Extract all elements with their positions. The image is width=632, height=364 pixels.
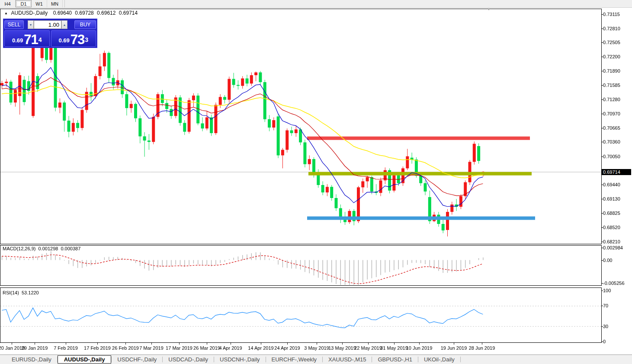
ohlc-close: 0.69714 (119, 10, 138, 16)
rsi-value: 53.1220 (22, 290, 39, 295)
buy-price-base: 0.69 (58, 35, 69, 46)
price-axis-label: 0.71890 (603, 68, 620, 73)
price-axis-label: 0.69130 (603, 196, 620, 201)
sell-price-button[interactable]: 0.69 71 4 (4, 30, 50, 47)
date-axis-label: 26 Feb 2019 (112, 345, 139, 351)
collapse-arrow-icon[interactable]: ▲ (4, 11, 8, 15)
rsi-axis-label: 70 (603, 303, 608, 308)
price-axis-label: 0.68520 (603, 225, 620, 230)
buy-price-big: 73 (71, 33, 84, 46)
tab-usdcad-daily[interactable]: USDCAD-,Daily (163, 356, 214, 363)
price-axis-label: 0.70360 (603, 139, 620, 144)
buy-price-button[interactable]: 0.69 73 3 (51, 30, 96, 47)
chart-canvas[interactable] (0, 0, 632, 364)
tab-usdcnh-daily[interactable]: USDCNH-,Daily (214, 356, 265, 363)
date-axis-label: 10 Jun 2019 (406, 345, 433, 351)
rsi-label: RSI(14) 53.1220 (3, 290, 40, 295)
date-axis-label: 22 May 2019 (354, 345, 382, 351)
date-axis-label: 28 Jun 2019 (469, 345, 495, 351)
macd-axis-label: 0.00 (603, 258, 612, 263)
price-axis-label: 0.71280 (603, 97, 620, 102)
timeframe-button-mn[interactable]: MN (47, 0, 63, 7)
buy-price-pip: 3 (85, 34, 88, 46)
tab-xauusd-m15[interactable]: XAUUSD-,M15 (323, 356, 372, 363)
buy-button[interactable]: BUY (74, 20, 96, 29)
timeframe-toolbar: H4D1W1MN (0, 0, 632, 8)
price-axis-label: 0.72200 (603, 54, 620, 59)
volume-input[interactable] (34, 20, 61, 29)
date-axis-label: 31 May 2019 (380, 345, 408, 351)
rsi-axis-label: 100 (603, 288, 611, 293)
price-axis-label: 0.70665 (603, 125, 620, 131)
price-axis-label: 0.68210 (603, 239, 620, 244)
macd-axis-label: 0.002984 (603, 245, 623, 250)
chart-title: ▲ AUDUSD-,Daily 0.69640 0.69728 0.69612 … (4, 10, 139, 16)
spinner-down-icon: ▼ (29, 23, 32, 26)
chart-tab-bar: EURUSD-,DailyAUDUSD-,DailyUSDCHF-,DailyU… (0, 354, 632, 364)
date-axis-label: 17 Feb 2019 (84, 345, 111, 351)
ohlc-low: 0.69612 (97, 10, 115, 16)
price-axis-label: 0.69440 (603, 182, 620, 187)
timeframe-buttons: H4D1W1MN (0, 0, 63, 7)
sell-price-big: 71 (24, 33, 38, 46)
price-axis-label: 0.72505 (603, 40, 620, 45)
sell-button[interactable]: SELL (4, 20, 24, 29)
current-price-tag: 0.69714 (602, 169, 631, 175)
volume-decrease-button[interactable]: ▼ (28, 20, 34, 29)
macd-axis-label: -0.005256 (603, 281, 625, 286)
sell-price-pip: 4 (38, 34, 42, 46)
chart-tabs: EURUSD-,DailyAUDUSD-,DailyUSDCHF-,DailyU… (6, 355, 461, 364)
date-axis-label: 19 Jun 2019 (441, 345, 467, 351)
tab-eurchf-weekly[interactable]: EURCHF-,Weekly (266, 356, 323, 363)
rsi-name: RSI(14) (3, 290, 19, 295)
sell-price-base: 0.69 (12, 35, 23, 46)
timeframe-button-w1[interactable]: W1 (32, 0, 47, 7)
tab-audusd-daily[interactable]: AUDUSD-,Daily (58, 355, 112, 364)
toolbar-separator (63, 0, 65, 7)
ohlc-open: 0.69640 (53, 10, 72, 16)
rsi-axis-label: 30 (603, 324, 608, 329)
macd-name: MACD(12,26,9) (3, 246, 35, 251)
ohlc-high: 0.69728 (75, 10, 93, 16)
date-axis-label: 17 Mar 2019 (166, 345, 192, 351)
spinner-up-icon: ▲ (63, 23, 66, 26)
timeframe-button-d1[interactable]: D1 (16, 0, 32, 7)
tab-divider (460, 357, 461, 362)
price-axis-label: 0.68825 (603, 211, 620, 216)
chart-shift-marker-icon[interactable]: ▼ (487, 7, 491, 11)
symbol-period-label: AUDUSD-,Daily (11, 10, 48, 16)
trade-panel-prices: 0.69 71 4 0.69 73 3 (4, 30, 96, 47)
date-axis-label: 26 Mar 2019 (193, 345, 220, 351)
date-axis-label: 14 Apr 2019 (248, 345, 273, 351)
timeframe-button-h4[interactable]: H4 (0, 0, 16, 7)
price-axis-label: 0.70050 (603, 154, 620, 159)
date-axis-label: 13 May 2019 (328, 345, 356, 351)
date-axis-label: 24 Apr 2019 (274, 345, 300, 351)
tab-gbpusd-h1[interactable]: GBPUSD-,H1 (372, 356, 417, 363)
tab-usdchf-daily[interactable]: USDCHF-,Daily (112, 356, 162, 363)
date-axis-label: 3 May 2019 (304, 345, 329, 351)
price-axis-label: 0.71585 (603, 83, 620, 88)
macd-main-value: 0.001298 (38, 246, 58, 251)
volume-increase-button[interactable]: ▲ (61, 20, 67, 29)
date-axis-label: 7 Mar 2019 (139, 345, 164, 351)
one-click-trading-panel: SELL ▼ ▲ BUY 0.69 71 4 0.69 73 3 (3, 19, 97, 48)
tab-ukoil-daily[interactable]: UKOil-,Daily (418, 356, 460, 363)
date-axis-label: 29 Jan 2019 (22, 345, 48, 351)
date-axis-label: 7 Feb 2019 (54, 345, 78, 351)
price-axis-label: 0.73115 (603, 12, 620, 17)
date-axis-label: 4 Apr 2019 (219, 345, 242, 351)
price-axis-label: 0.70970 (603, 111, 620, 116)
rsi-axis-label: 0 (603, 339, 606, 344)
price-axis-label: 0.72810 (603, 26, 620, 31)
trade-panel-controls: SELL ▼ ▲ BUY (4, 20, 96, 29)
macd-signal-value: 0.000387 (61, 246, 80, 251)
macd-label: MACD(12,26,9) 0.001298 0.000387 (3, 246, 82, 251)
tab-eurusd-daily[interactable]: EURUSD-,Daily (6, 356, 57, 363)
date-axis-label: 20 Jan 2019 (0, 345, 25, 351)
